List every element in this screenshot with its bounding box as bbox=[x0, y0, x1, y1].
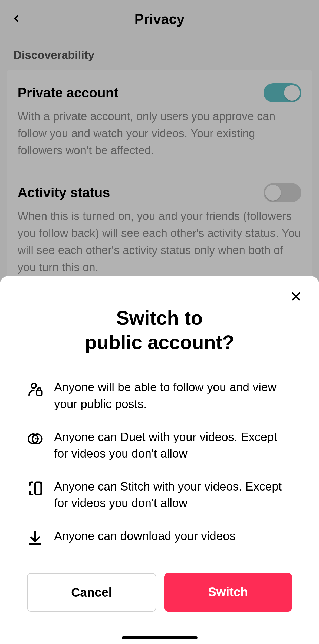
modal-title: Switch to public account? bbox=[27, 306, 292, 354]
stitch-icon bbox=[27, 480, 43, 497]
cancel-button[interactable]: Cancel bbox=[27, 573, 156, 612]
svg-point-6 bbox=[35, 438, 37, 439]
modal-button-row: Cancel Switch bbox=[27, 573, 292, 612]
switch-button[interactable]: Switch bbox=[164, 573, 292, 612]
switch-public-modal: Switch to public account? Anyone will be… bbox=[0, 276, 319, 644]
modal-item-text: Anyone can download your videos bbox=[54, 528, 235, 544]
svg-point-2 bbox=[31, 383, 36, 388]
modal-item-stitch: Anyone can Stitch with your videos. Exce… bbox=[27, 478, 292, 511]
modal-item-text: Anyone can Duet with your videos. Except… bbox=[54, 429, 292, 462]
modal-item-text: Anyone will be able to follow you and vi… bbox=[54, 379, 292, 412]
modal-item-download: Anyone can download your videos bbox=[27, 528, 292, 546]
svg-point-7 bbox=[38, 438, 39, 439]
home-indicator[interactable] bbox=[122, 636, 198, 639]
svg-rect-8 bbox=[35, 482, 41, 494]
download-icon bbox=[27, 530, 43, 546]
person-lock-icon bbox=[27, 381, 43, 397]
duet-icon bbox=[27, 431, 43, 447]
modal-item-duet: Anyone can Duet with your videos. Except… bbox=[27, 429, 292, 462]
modal-item-follow: Anyone will be able to follow you and vi… bbox=[27, 379, 292, 412]
modal-item-text: Anyone can Stitch with your videos. Exce… bbox=[54, 478, 292, 511]
close-button[interactable] bbox=[289, 290, 303, 304]
close-icon bbox=[289, 290, 303, 303]
svg-rect-3 bbox=[37, 390, 42, 395]
